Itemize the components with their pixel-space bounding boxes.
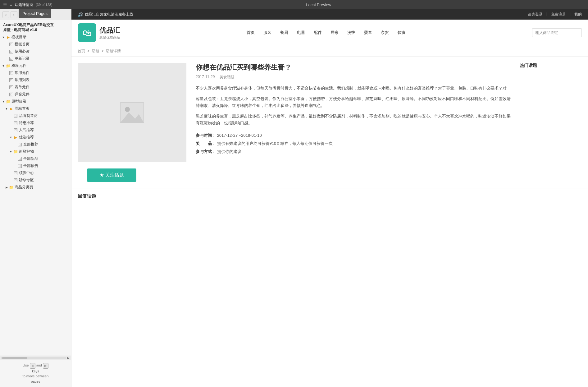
folder-open-icon: ▶: [9, 106, 14, 111]
center-title: Local Preview: [52, 2, 585, 7]
sidebar: ‹ › AxureUX电商产品WEB端交互 原型 - 电商商城 v1.0 ▼ ▶…: [0, 9, 71, 387]
page-icon: □: [17, 164, 22, 168]
spacer: [4, 78, 9, 82]
sidebar-item-common-list[interactable]: □ 常用列表: [0, 76, 71, 84]
breadcrumb-current: 话题详情: [106, 49, 121, 53]
sidebar-item-all-rec[interactable]: □ 全部推荐: [0, 141, 71, 148]
breadcrumb-sep1: >: [87, 49, 89, 53]
hscroll-track: [1, 357, 66, 359]
toggle-icon: ▼: [4, 107, 9, 111]
search-input[interactable]: [532, 28, 582, 37]
tree-label: 领券中心: [19, 170, 34, 176]
sidebar-item-all-new[interactable]: □ 全部新品: [0, 155, 71, 162]
toggle-icon: ▼: [9, 150, 13, 154]
sidebar-item-fresh-goods[interactable]: ▼ 📁 新鲜好物: [0, 148, 71, 155]
topic-image: [78, 63, 186, 162]
sidebar-item-flash-sale[interactable]: □ 秒杀专区: [0, 177, 71, 184]
method-value: 提供你的建议: [217, 149, 241, 154]
topic-content: ★ 关注话题 你想在优品汇买到哪些养生膏？ 2017-11-29 美食话题 不少…: [71, 57, 588, 188]
nav-grocery[interactable]: 杂货: [380, 29, 390, 37]
folder-open-icon: ▶: [6, 35, 11, 40]
divider2: |: [570, 12, 571, 17]
sidebar-item-popular-rec[interactable]: □ 人气推荐: [0, 127, 71, 134]
sidebar-item-update-log[interactable]: □ 更新记录: [0, 55, 71, 62]
spacer: [4, 71, 9, 75]
menu-icon[interactable]: ☰: [3, 2, 7, 7]
topic-body3: 黑芝麻味的养生膏，黑芝麻占比多些，补气养发等。养生产品，最好做到不含防腐剂，材料…: [196, 113, 513, 127]
sidebar-item-proto-dir[interactable]: ▼ 📁 原型目录: [0, 98, 71, 105]
sidebar-project-title: AxureUX电商产品WEB端交互 原型 - 电商商城 v1.0: [0, 20, 71, 34]
hot-topics-title: 热门话题: [520, 63, 582, 68]
spacer: [9, 114, 13, 118]
sidebar-item-special-offer[interactable]: □ 特惠推荐: [0, 119, 71, 127]
sidebar-item-form-comp[interactable]: □ 表单元件: [0, 84, 71, 91]
sidebar-item-template-dir[interactable]: ▼ ▶ 模板目录: [0, 34, 71, 41]
right-links: 请先登录 | 免费注册 | 我的: [528, 12, 582, 17]
tree-label: 秒杀专区: [19, 177, 34, 183]
nav-prev-button[interactable]: ‹: [2, 11, 9, 18]
ecom-page: 🔊 优品汇自营家电清洗服务上线 请先登录 | 免费注册 | 我的 🛍: [71, 9, 588, 387]
sidebar-item-template-comp[interactable]: ▼ 📁 模板元件: [0, 62, 71, 69]
tree-label: 模板目录: [11, 35, 26, 40]
sidebar-item-website-home[interactable]: ▼ ▶ 网站首页: [0, 105, 71, 112]
hot-topics: 热门话题: [520, 63, 582, 68]
nav-clothing[interactable]: 服装: [262, 29, 273, 37]
breadcrumb-forum[interactable]: 话题: [92, 49, 99, 53]
sidebar-tree[interactable]: ▼ ▶ 模板目录 □ 模板首页 □ 使用必读 □ 更新记录 ▼: [0, 34, 71, 356]
sidebar-hscroll[interactable]: ▶: [0, 356, 71, 360]
sidebar-item-brand-maker[interactable]: □ 品牌制造商: [0, 112, 71, 119]
hscroll-right-arrow[interactable]: ▶: [66, 356, 71, 360]
nav-baby[interactable]: 婴童: [363, 29, 373, 37]
nav-accessories[interactable]: 配件: [312, 29, 323, 37]
sidebar-item-category-page[interactable]: ▶ 📁 商品分类页: [0, 184, 71, 191]
folder-open-icon: ▶: [13, 135, 18, 140]
tree-label: 优选推荐: [19, 135, 34, 140]
spacer: [4, 92, 9, 97]
folder-blue-icon: 📁: [13, 149, 18, 154]
account-link[interactable]: 我的: [574, 12, 582, 17]
sidebar-bottom-hint: Use ◁ and ▷ keys to move between pages: [0, 360, 71, 387]
page-icon: □: [13, 121, 18, 126]
nav-appliance[interactable]: 电器: [296, 29, 306, 37]
breadcrumb-home[interactable]: 首页: [78, 49, 85, 53]
participation-time-label: 参与时间：: [196, 133, 216, 138]
spacer: [9, 171, 13, 175]
sidebar-item-use-guide[interactable]: □ 使用必读: [0, 48, 71, 55]
tree-label: 人气推荐: [19, 127, 34, 133]
page-icon: □: [17, 142, 22, 147]
tree-label: 更新记录: [15, 56, 30, 61]
register-link[interactable]: 免费注册: [551, 12, 566, 17]
follow-topic-button[interactable]: ★ 关注话题: [87, 168, 136, 182]
nav-care[interactable]: 洗护: [346, 29, 357, 37]
sidebar-item-coupon-center[interactable]: □ 领券中心: [0, 169, 71, 177]
nav-home[interactable]: 首页: [245, 29, 256, 37]
tree-label: 使用必读: [15, 49, 30, 54]
login-link[interactable]: 请先登录: [528, 12, 543, 17]
folder-blue-icon: 📁: [9, 185, 14, 190]
nav-home-goods[interactable]: 居家: [329, 29, 340, 37]
sidebar-item-select-rec[interactable]: ▼ ▶ 优选推荐: [0, 134, 71, 141]
spacer: [9, 128, 13, 132]
sidebar-item-common-comp[interactable]: □ 常用元件: [0, 69, 71, 76]
nav-food[interactable]: 饮食: [396, 29, 407, 37]
divider: |: [546, 12, 547, 17]
list-icon[interactable]: ≡: [10, 2, 12, 7]
tree-label: 品牌制造商: [19, 113, 38, 118]
sidebar-item-all-preview[interactable]: □ 全部预告: [0, 162, 71, 169]
prize-value: 提供有效建议的用户均可获得¥10直减券，每人每期仅可获得一次: [217, 141, 333, 146]
project-pages-tooltip: Project Pages: [19, 9, 51, 18]
tree-label: 表单元件: [15, 85, 30, 90]
page-icon: □: [17, 156, 22, 161]
page-icon: □: [13, 113, 18, 118]
sidebar-item-dialog-comp[interactable]: □ 弹窗元件: [0, 91, 71, 98]
topic-participation: 参与时间： 2017-12-27 ~2018-01-10 奖 品： 提供有效建议…: [196, 131, 513, 156]
nav-kitchen[interactable]: 餐厨: [279, 29, 289, 37]
toggle-icon: ▼: [1, 64, 6, 68]
topic-category: 美食话题: [220, 75, 235, 80]
svg-point-1: [125, 107, 130, 112]
topic-body2: 容量及包装：卫龙亲嘴烧大小，真空包装。作为办公室小零食，方便携带，方便分享给越莓…: [196, 95, 513, 109]
toggle-icon: ▼: [1, 35, 6, 39]
nav-next-button[interactable]: ›: [11, 11, 17, 18]
sidebar-item-template-home[interactable]: □ 模板首页: [0, 41, 71, 48]
page-icon: □: [13, 178, 18, 183]
